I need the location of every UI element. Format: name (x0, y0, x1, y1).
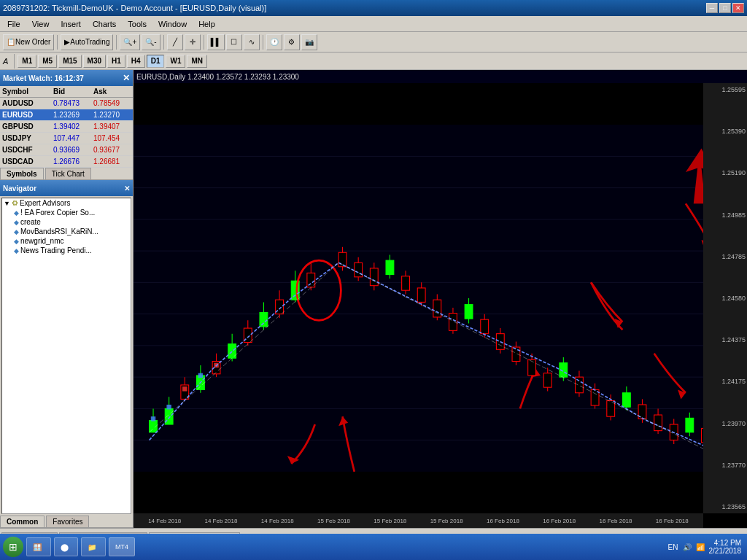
period-h4[interactable]: H4 (127, 55, 145, 68)
nav-ea-item-5[interactable]: ◆ News Trading Pendi... (2, 246, 131, 255)
menu-help[interactable]: Help (194, 18, 220, 30)
crosshair-btn[interactable]: ✛ (185, 34, 201, 50)
minimize-btn[interactable]: ─ (706, 3, 718, 13)
mw-ask-gbpusd: 1.39407 (91, 121, 131, 132)
nav-ea-item-3[interactable]: ◆ MovBandsRSI_KaRiN... (2, 227, 131, 236)
chrome-icon: ⬤ (61, 543, 69, 551)
navigator-header: Navigator ✕ (0, 180, 133, 196)
zoom-out-btn[interactable]: 🔍- (142, 34, 160, 50)
svg-rect-66 (543, 373, 551, 387)
menu-window[interactable]: Window (154, 18, 191, 30)
mw-bid-usdjpy: 107.447 (51, 133, 91, 144)
mw-bid-usdcad: 1.26676 (51, 156, 91, 167)
period-mn[interactable]: MN (187, 55, 207, 68)
menu-tools[interactable]: Tools (123, 18, 151, 30)
svg-rect-58 (481, 319, 489, 333)
taskbar-tray: EN 🔊 📶 4:12 PM 2/21/2018 (668, 539, 744, 555)
svg-rect-23 (198, 373, 203, 378)
y-val-3: 1.24985 (721, 211, 746, 219)
taskbar-icon-1: 🪟 (33, 543, 42, 551)
y-val-9: 1.23770 (721, 462, 746, 469)
mw-row-gbpusd[interactable]: GBPUSD 1.39402 1.39407 (0, 121, 133, 133)
menu-charts[interactable]: Charts (88, 18, 120, 30)
mw-bid-audusd: 0.78473 (51, 98, 91, 109)
maximize-btn[interactable]: □ (719, 3, 731, 13)
chart-line-btn[interactable]: ∿ (244, 34, 260, 50)
chart-canvas[interactable] (133, 83, 725, 513)
menu-view[interactable]: View (28, 18, 54, 30)
tab-favorites[interactable]: Favorites (46, 516, 89, 527)
ea-item-icon-2: ◆ (14, 219, 19, 226)
svg-rect-56 (465, 305, 473, 319)
nav-ea-label-3: MovBandsRSI_KaRiN... (20, 228, 98, 236)
period-h1[interactable]: H1 (107, 55, 125, 68)
taskbar-item-explorer[interactable]: 📁 (81, 537, 106, 556)
taskbar-item-chrome[interactable]: ⬤ (54, 537, 78, 556)
nav-expert-advisors[interactable]: ▼ ⚙ Expert Advisors (2, 198, 131, 208)
mw-row-audusd[interactable]: AUDUSD 0.78473 0.78549 (0, 98, 133, 109)
y-val-2: 1.25190 (721, 169, 746, 176)
period-w1[interactable]: W1 (166, 55, 185, 68)
navigator-close[interactable]: ✕ (124, 184, 130, 192)
tab-common[interactable]: Common (0, 516, 44, 527)
clock-btn[interactable]: 🕐 (266, 34, 282, 50)
period-d1[interactable]: D1 (147, 55, 165, 68)
toolbar-sep-1 (57, 35, 58, 50)
chart-bar-btn[interactable]: ▌▌ (207, 34, 225, 50)
chart-candle-btn[interactable]: ☐ (226, 34, 242, 50)
svg-rect-50 (417, 288, 425, 302)
nav-ea-item-2[interactable]: ◆ create (2, 217, 131, 227)
chart-area[interactable]: EURUSD,Daily 1.23400 1.23572 1.23293 1.2… (133, 70, 747, 528)
market-watch-header: Market Watch: 16:12:37 ✕ (0, 70, 133, 86)
panel-tab-symbols[interactable]: Symbols (0, 168, 44, 179)
period-m15[interactable]: M15 (58, 55, 81, 68)
taskbar-item-1[interactable]: 🪟 (26, 537, 51, 556)
y-val-8: 1.23970 (721, 420, 746, 427)
nav-ea-item-4[interactable]: ◆ newgrid_nmc (2, 236, 131, 246)
mw-row-eurusd[interactable]: EURUSD 1.23269 1.23270 (0, 109, 133, 121)
market-watch-close[interactable]: ✕ (123, 73, 130, 83)
nav-ea-label-1: ! EA Forex Copier So... (20, 209, 95, 217)
svg-rect-31 (260, 312, 268, 326)
zoom-in-btn[interactable]: 🔍+ (120, 34, 140, 50)
chart-x-axis: 14 Feb 2018 14 Feb 2018 14 Feb 2018 15 F… (133, 513, 703, 528)
svg-rect-80 (654, 415, 662, 431)
taskbar-item-mt4[interactable]: MT4 (109, 537, 135, 556)
svg-rect-22 (166, 405, 171, 409)
line-tool-btn[interactable]: ╱ (167, 34, 183, 50)
period-m30[interactable]: M30 (83, 55, 106, 68)
navigator-title: Navigator (3, 184, 36, 192)
mw-row-usdchf[interactable]: USDCHF 0.93669 0.93677 (0, 144, 133, 156)
chart-svg (133, 83, 725, 513)
mw-bid-usdchf: 0.93669 (51, 144, 91, 155)
y-val-0: 1.25595 (721, 86, 746, 93)
title-text: 20897312​02: Tickmill-DemoUK - Demo Acco… (3, 4, 266, 12)
mw-col-ask: Ask (91, 86, 131, 97)
menu-file[interactable]: File (3, 18, 25, 30)
ea-item-icon-1: ◆ (14, 209, 19, 217)
svg-rect-64 (528, 359, 536, 376)
screenshot-btn[interactable]: 📷 (301, 34, 317, 50)
start-button[interactable]: ⊞ (3, 537, 23, 557)
settings-btn[interactable]: ⚙ (284, 34, 300, 50)
toolbar-sep-3 (163, 35, 164, 50)
mw-row-usdcad[interactable]: USDCAD 1.26676 1.26681 (0, 156, 133, 168)
panel-tab-tick[interactable]: Tick Chart (45, 168, 91, 179)
period-m1[interactable]: M1 (18, 55, 36, 68)
taskbar-time: 4:12 PM (709, 539, 742, 547)
nav-ea-item-1[interactable]: ◆ ! EA Forex Copier So... (2, 208, 131, 217)
new-order-btn[interactable]: 📋 New Order (3, 34, 54, 50)
auto-trading-btn[interactable]: ▶ AutoTrading (61, 34, 113, 50)
toolbar-sep-4 (204, 35, 204, 50)
period-m5[interactable]: M5 (38, 55, 57, 68)
explorer-icon: 📁 (88, 543, 96, 551)
mw-symbol-usdjpy: USDJPY (0, 133, 51, 144)
mw-row-usdjpy[interactable]: USDJPY 107.447 107.454 (0, 133, 133, 144)
close-btn[interactable]: ✕ (732, 3, 744, 13)
x-val-2: 14 Feb 2018 (261, 518, 294, 524)
x-val-1: 14 Feb 2018 (204, 518, 237, 524)
y-val-7: 1.24175 (721, 378, 746, 385)
menu-insert[interactable]: Insert (56, 18, 85, 30)
x-val-3: 15 Feb 2018 (317, 518, 350, 524)
toolbar: 📋 New Order ▶ AutoTrading 🔍+ 🔍- ╱ ✛ ▌▌ ☐… (0, 32, 747, 52)
